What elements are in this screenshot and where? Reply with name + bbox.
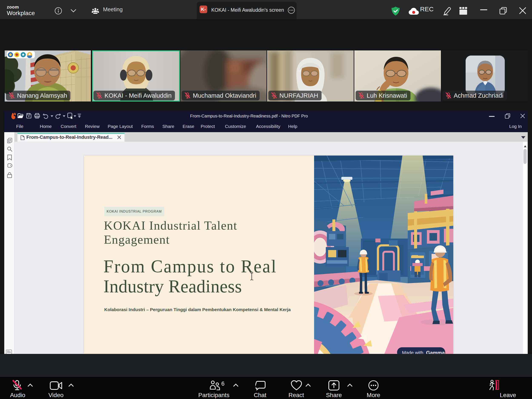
svg-text:Gamma: Gamma bbox=[426, 350, 445, 354]
svg-text:Made with: Made with bbox=[402, 350, 423, 354]
